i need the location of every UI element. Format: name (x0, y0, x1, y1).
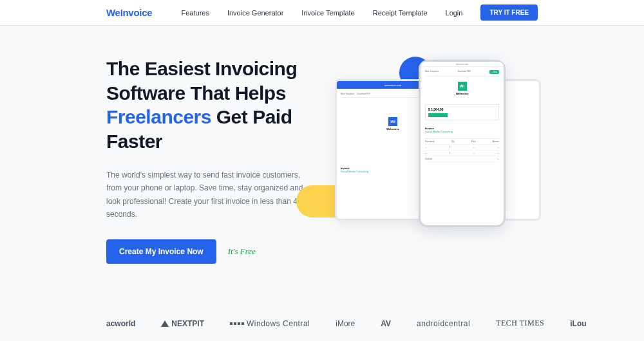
col-qty: Qty (451, 140, 455, 143)
brand-nextpit: NEXTPIT (161, 319, 204, 328)
top-nav: WeInvoice Features Invoice Generator Inv… (0, 0, 644, 26)
triangle-icon (161, 320, 169, 327)
mockup-table: Description Qty Price Amount —1—— —1—— S… (425, 138, 499, 162)
hero-description: The world's simplest way to send fast in… (106, 169, 306, 221)
mockup-price-box: $ 1,564.00 (425, 104, 499, 120)
mockup-mobile: weinvoice.com More Templates Download PD… (419, 60, 506, 227)
mockup-desktop-back (502, 79, 541, 221)
nav-login[interactable]: Login (446, 9, 463, 17)
mockup-url: weinvoice.com (384, 84, 401, 87)
col-amount: Amount (493, 140, 499, 143)
brand-windows-text: Windows Central (247, 319, 310, 328)
mockup-mobile-toolbar: More Templates Download PDF + New (425, 70, 499, 77)
brand-windows-central: Windows Central (230, 319, 310, 328)
brand-androidcentral: androidcentral (417, 319, 470, 328)
hero-section: The Easiest Invoicing Software That Help… (0, 26, 644, 264)
mockup-download-pdf: Download PDF (357, 93, 370, 95)
brand-logos-row: acworld NEXTPIT Windows Central iMore AV… (106, 318, 644, 328)
mockup-mobile-header: weinvoice.com (421, 62, 504, 67)
brand-nextpit-text: NEXTPIT (171, 319, 204, 328)
hero-title-part1: The Easiest Invoicing Software That Help… (106, 58, 297, 104)
mockup-mobile-invoice-sub: Social Media Consulting (425, 130, 499, 133)
mockup-mobile-price: $ 1,564.00 (428, 107, 496, 111)
its-free-note: It's Free (228, 246, 256, 257)
mockup-templates-menu: More Templates (341, 93, 354, 95)
col-desc: Description (425, 140, 435, 143)
nav-features[interactable]: Features (182, 9, 209, 17)
mockup-mobile-action (428, 113, 448, 117)
brand-av: AV (381, 319, 391, 328)
mockup-mobile-body: More Templates Download PDF + New WI WeI… (421, 67, 504, 165)
brand-imore: iMore (336, 319, 355, 328)
mockup-table-header: Description Qty Price Amount (425, 139, 499, 145)
logo[interactable]: WeInvoice (106, 7, 152, 18)
nav-receipt-template[interactable]: Receipt Template (373, 9, 428, 17)
col-price: Price (471, 140, 476, 143)
brand-techtimes: TECH TIMES (496, 318, 544, 328)
mockup-table-row: —1—— (425, 151, 499, 156)
hero-content: The Easiest Invoicing Software That Help… (106, 57, 309, 264)
mockup-mobile-templates: More Templates (425, 70, 439, 74)
windows-icon (230, 322, 244, 325)
brand-ilou: iLou (570, 319, 586, 328)
hero-title-highlight: Freelancers (106, 106, 211, 127)
mockup-mobile-logo: WI (458, 82, 467, 91)
mockup-logo: WI (388, 117, 397, 126)
create-invoice-button[interactable]: Create My Invoice Now (106, 239, 216, 264)
mockup-table-subtotal: Subtotal— (425, 156, 499, 162)
nav-menu: Features Invoice Generator Invoice Templ… (182, 5, 538, 21)
mockup-mobile-brand: WeInvoice (425, 92, 499, 95)
brand-acworld: acworld (106, 319, 135, 328)
mockup-table-row: —1—— (425, 145, 499, 151)
mockup-mobile-download: Download PDF (458, 70, 471, 74)
hero-title: The Easiest Invoicing Software That Help… (106, 57, 309, 153)
try-free-button[interactable]: TRY IT FREE (480, 5, 538, 21)
nav-invoice-generator[interactable]: Invoice Generator (227, 9, 283, 17)
mockup-new-button: + New (489, 70, 499, 74)
hero-illustration: weinvoice.com More Templates Download PD… (335, 57, 538, 224)
nav-invoice-template[interactable]: Invoice Template (301, 9, 354, 17)
cta-row: Create My Invoice Now It's Free (106, 239, 309, 264)
subtotal-label: Subtotal (425, 158, 432, 160)
